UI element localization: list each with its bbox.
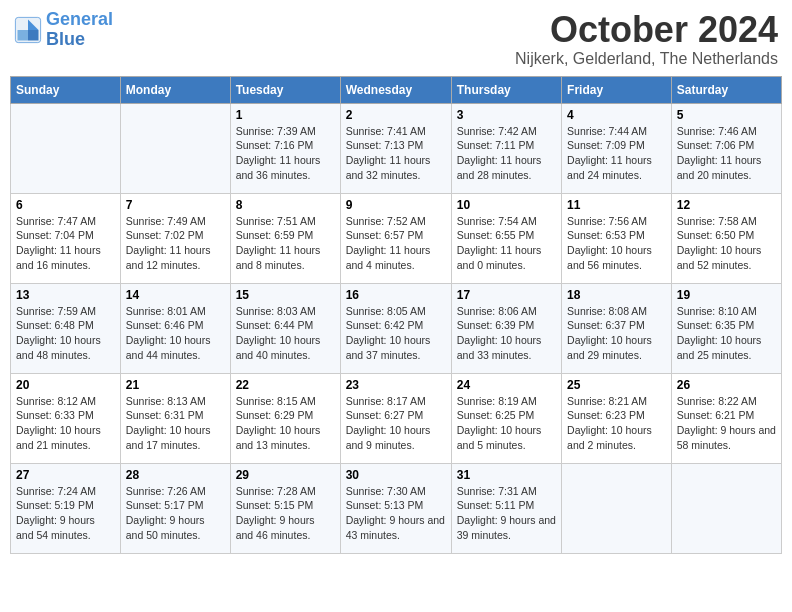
calendar-week-row: 20Sunrise: 8:12 AMSunset: 6:33 PMDayligh… — [11, 373, 782, 463]
day-number: 19 — [677, 288, 776, 302]
svg-marker-3 — [18, 30, 29, 41]
day-info: Sunrise: 7:52 AMSunset: 6:57 PMDaylight:… — [346, 214, 446, 273]
day-number: 11 — [567, 198, 666, 212]
month-title: October 2024 — [515, 10, 778, 50]
day-number: 7 — [126, 198, 225, 212]
logo-line1: General — [46, 9, 113, 29]
calendar-cell: 2Sunrise: 7:41 AMSunset: 7:13 PMDaylight… — [340, 103, 451, 193]
calendar-cell: 10Sunrise: 7:54 AMSunset: 6:55 PMDayligh… — [451, 193, 561, 283]
day-info: Sunrise: 8:12 AMSunset: 6:33 PMDaylight:… — [16, 394, 115, 453]
header-day-thursday: Thursday — [451, 76, 561, 103]
day-info: Sunrise: 7:41 AMSunset: 7:13 PMDaylight:… — [346, 124, 446, 183]
day-number: 26 — [677, 378, 776, 392]
day-info: Sunrise: 7:49 AMSunset: 7:02 PMDaylight:… — [126, 214, 225, 273]
calendar-cell: 19Sunrise: 8:10 AMSunset: 6:35 PMDayligh… — [671, 283, 781, 373]
day-number: 9 — [346, 198, 446, 212]
day-number: 22 — [236, 378, 335, 392]
day-number: 21 — [126, 378, 225, 392]
day-info: Sunrise: 7:44 AMSunset: 7:09 PMDaylight:… — [567, 124, 666, 183]
logo-icon — [14, 16, 42, 44]
day-info: Sunrise: 8:05 AMSunset: 6:42 PMDaylight:… — [346, 304, 446, 363]
calendar-cell: 3Sunrise: 7:42 AMSunset: 7:11 PMDaylight… — [451, 103, 561, 193]
calendar-week-row: 27Sunrise: 7:24 AMSunset: 5:19 PMDayligh… — [11, 463, 782, 553]
calendar-table: SundayMondayTuesdayWednesdayThursdayFrid… — [10, 76, 782, 554]
day-number: 8 — [236, 198, 335, 212]
day-number: 4 — [567, 108, 666, 122]
calendar-cell: 18Sunrise: 8:08 AMSunset: 6:37 PMDayligh… — [562, 283, 672, 373]
calendar-cell: 12Sunrise: 7:58 AMSunset: 6:50 PMDayligh… — [671, 193, 781, 283]
calendar-cell — [671, 463, 781, 553]
logo: General Blue — [14, 10, 113, 50]
day-number: 23 — [346, 378, 446, 392]
day-info: Sunrise: 8:13 AMSunset: 6:31 PMDaylight:… — [126, 394, 225, 453]
day-info: Sunrise: 7:56 AMSunset: 6:53 PMDaylight:… — [567, 214, 666, 273]
page-header: General Blue October 2024 Nijkerk, Gelde… — [10, 10, 782, 68]
header-day-saturday: Saturday — [671, 76, 781, 103]
day-number: 10 — [457, 198, 556, 212]
day-info: Sunrise: 7:46 AMSunset: 7:06 PMDaylight:… — [677, 124, 776, 183]
day-info: Sunrise: 8:15 AMSunset: 6:29 PMDaylight:… — [236, 394, 335, 453]
header-day-friday: Friday — [562, 76, 672, 103]
calendar-cell: 11Sunrise: 7:56 AMSunset: 6:53 PMDayligh… — [562, 193, 672, 283]
day-info: Sunrise: 8:06 AMSunset: 6:39 PMDaylight:… — [457, 304, 556, 363]
day-number: 14 — [126, 288, 225, 302]
day-info: Sunrise: 7:26 AMSunset: 5:17 PMDaylight:… — [126, 484, 225, 543]
title-block: October 2024 Nijkerk, Gelderland, The Ne… — [515, 10, 778, 68]
day-info: Sunrise: 8:17 AMSunset: 6:27 PMDaylight:… — [346, 394, 446, 453]
calendar-cell: 25Sunrise: 8:21 AMSunset: 6:23 PMDayligh… — [562, 373, 672, 463]
calendar-cell: 16Sunrise: 8:05 AMSunset: 6:42 PMDayligh… — [340, 283, 451, 373]
calendar-week-row: 6Sunrise: 7:47 AMSunset: 7:04 PMDaylight… — [11, 193, 782, 283]
calendar-cell: 20Sunrise: 8:12 AMSunset: 6:33 PMDayligh… — [11, 373, 121, 463]
day-info: Sunrise: 7:31 AMSunset: 5:11 PMDaylight:… — [457, 484, 556, 543]
header-day-sunday: Sunday — [11, 76, 121, 103]
calendar-week-row: 13Sunrise: 7:59 AMSunset: 6:48 PMDayligh… — [11, 283, 782, 373]
day-info: Sunrise: 8:10 AMSunset: 6:35 PMDaylight:… — [677, 304, 776, 363]
calendar-cell: 15Sunrise: 8:03 AMSunset: 6:44 PMDayligh… — [230, 283, 340, 373]
day-number: 20 — [16, 378, 115, 392]
calendar-cell: 31Sunrise: 7:31 AMSunset: 5:11 PMDayligh… — [451, 463, 561, 553]
day-info: Sunrise: 8:19 AMSunset: 6:25 PMDaylight:… — [457, 394, 556, 453]
calendar-cell: 26Sunrise: 8:22 AMSunset: 6:21 PMDayligh… — [671, 373, 781, 463]
calendar-cell: 17Sunrise: 8:06 AMSunset: 6:39 PMDayligh… — [451, 283, 561, 373]
day-number: 2 — [346, 108, 446, 122]
header-day-wednesday: Wednesday — [340, 76, 451, 103]
calendar-cell: 28Sunrise: 7:26 AMSunset: 5:17 PMDayligh… — [120, 463, 230, 553]
day-number: 27 — [16, 468, 115, 482]
day-number: 28 — [126, 468, 225, 482]
header-day-tuesday: Tuesday — [230, 76, 340, 103]
day-info: Sunrise: 7:51 AMSunset: 6:59 PMDaylight:… — [236, 214, 335, 273]
calendar-cell: 13Sunrise: 7:59 AMSunset: 6:48 PMDayligh… — [11, 283, 121, 373]
day-info: Sunrise: 8:22 AMSunset: 6:21 PMDaylight:… — [677, 394, 776, 453]
day-number: 5 — [677, 108, 776, 122]
calendar-cell: 5Sunrise: 7:46 AMSunset: 7:06 PMDaylight… — [671, 103, 781, 193]
day-info: Sunrise: 7:58 AMSunset: 6:50 PMDaylight:… — [677, 214, 776, 273]
day-info: Sunrise: 8:08 AMSunset: 6:37 PMDaylight:… — [567, 304, 666, 363]
day-info: Sunrise: 7:24 AMSunset: 5:19 PMDaylight:… — [16, 484, 115, 543]
calendar-cell: 9Sunrise: 7:52 AMSunset: 6:57 PMDaylight… — [340, 193, 451, 283]
day-number: 24 — [457, 378, 556, 392]
day-number: 18 — [567, 288, 666, 302]
calendar-header-row: SundayMondayTuesdayWednesdayThursdayFrid… — [11, 76, 782, 103]
svg-marker-2 — [28, 30, 39, 41]
day-number: 3 — [457, 108, 556, 122]
calendar-cell: 14Sunrise: 8:01 AMSunset: 6:46 PMDayligh… — [120, 283, 230, 373]
day-info: Sunrise: 7:54 AMSunset: 6:55 PMDaylight:… — [457, 214, 556, 273]
day-number: 30 — [346, 468, 446, 482]
logo-line2: Blue — [46, 29, 85, 49]
calendar-cell: 8Sunrise: 7:51 AMSunset: 6:59 PMDaylight… — [230, 193, 340, 283]
day-info: Sunrise: 7:30 AMSunset: 5:13 PMDaylight:… — [346, 484, 446, 543]
day-number: 6 — [16, 198, 115, 212]
calendar-cell — [11, 103, 121, 193]
calendar-cell — [562, 463, 672, 553]
logo-text: General Blue — [46, 10, 113, 50]
day-number: 13 — [16, 288, 115, 302]
day-number: 12 — [677, 198, 776, 212]
day-number: 1 — [236, 108, 335, 122]
calendar-cell: 22Sunrise: 8:15 AMSunset: 6:29 PMDayligh… — [230, 373, 340, 463]
calendar-cell — [120, 103, 230, 193]
location-title: Nijkerk, Gelderland, The Netherlands — [515, 50, 778, 68]
calendar-cell: 21Sunrise: 8:13 AMSunset: 6:31 PMDayligh… — [120, 373, 230, 463]
calendar-cell: 29Sunrise: 7:28 AMSunset: 5:15 PMDayligh… — [230, 463, 340, 553]
day-info: Sunrise: 7:39 AMSunset: 7:16 PMDaylight:… — [236, 124, 335, 183]
calendar-cell: 23Sunrise: 8:17 AMSunset: 6:27 PMDayligh… — [340, 373, 451, 463]
